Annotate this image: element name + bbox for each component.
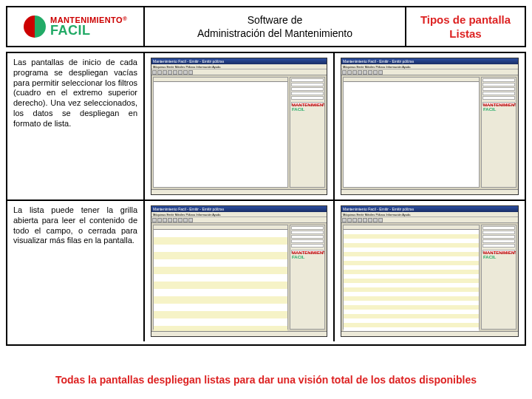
app-datagrid-empty <box>343 77 480 188</box>
app-datagrid-empty <box>153 77 288 188</box>
header-center-line2: Administración del Mantenimiento <box>197 27 352 40</box>
app-statusbar <box>341 331 518 336</box>
logo-cell: MANTENIMIENTO® FACIL <box>7 7 145 46</box>
app-menubar: Máquinas Emitir Móviles Pólizas Informac… <box>341 64 518 69</box>
app-titlebar: Mantenimiento Facil - Emitir - Emitir pó… <box>151 58 327 64</box>
app-body: MANTENIMIENTOFACIL <box>341 75 518 189</box>
brand-text: MANTENIMIENTO® FACIL <box>50 16 127 37</box>
slide-header: MANTENIMIENTO® FACIL Software de Adminis… <box>6 6 526 47</box>
app-titlebar: Mantenimiento Facil - Emitir - Emitir pó… <box>341 206 518 212</box>
brand-reg: ® <box>123 16 127 22</box>
main-grid: Las pantallas de inicio de cada programa… <box>6 52 526 346</box>
app-menubar: Máquinas Emitir Móviles Pólizas Informac… <box>151 64 327 69</box>
header-center: Software de Administración del Mantenimi… <box>145 7 406 46</box>
app-body: MANTENIMIENTOFACIL <box>341 223 518 331</box>
mini-logo: MANTENIMIENTOFACIL <box>482 102 515 106</box>
app-toolbar <box>341 69 518 75</box>
screenshot-list-closed: Mantenimiento Facil - Emitir - Emitir pó… <box>335 201 525 341</box>
header-right-line1: Tipos de pantalla <box>420 13 511 27</box>
app-titlebar: Mantenimiento Facil - Emitir - Emitir pó… <box>151 206 327 212</box>
brand-logo: MANTENIMIENTO® FACIL <box>24 16 127 38</box>
paragraph-2: La lista puede tener la grilla abierta p… <box>7 201 145 341</box>
app-window: Mantenimiento Facil - Emitir - Emitir pó… <box>341 205 519 337</box>
mini-logo: MANTENIMIENTOFACIL <box>482 250 515 253</box>
footer-caption: Todas la pantallas despliegan listas par… <box>0 374 532 386</box>
app-filter-panel: MANTENIMIENTOFACIL <box>481 77 516 188</box>
app-statusbar <box>151 331 327 336</box>
screenshot-empty-left: Mantenimiento Facil - Emitir - Emitir pó… <box>145 53 335 201</box>
app-window: Mantenimiento Facil - Emitir - Emitir pó… <box>151 205 327 337</box>
gear-icon <box>24 16 46 38</box>
app-window: Mantenimiento Facil - Emitir - Emitir pó… <box>341 58 519 195</box>
mini-logo: MANTENIMIENTOFACIL <box>291 250 324 253</box>
app-statusbar <box>341 189 518 194</box>
app-window: Mantenimiento Facil - Emitir - Emitir pó… <box>151 58 327 195</box>
paragraph-1: Las pantallas de inicio de cada programa… <box>7 53 145 201</box>
app-toolbar <box>151 217 327 223</box>
app-toolbar <box>341 217 518 223</box>
app-filter-panel: MANTENIMIENTOFACIL <box>290 225 325 330</box>
footer-text: Todas la pantallas despliegan listas par… <box>55 374 477 386</box>
app-datagrid-open <box>153 225 288 330</box>
app-body: MANTENIMIENTOFACIL <box>151 75 327 189</box>
screenshot-list-open: Mantenimiento Facil - Emitir - Emitir pó… <box>145 201 335 341</box>
brand-line2: FACIL <box>50 24 127 37</box>
app-menubar: Máquinas Emitir Móviles Pólizas Informac… <box>341 212 518 217</box>
app-menubar: Máquinas Emitir Móviles Pólizas Informac… <box>151 212 327 217</box>
app-toolbar <box>151 69 327 75</box>
header-center-line1: Software de <box>248 13 303 27</box>
app-titlebar: Mantenimiento Facil - Emitir - Emitir pó… <box>341 58 518 64</box>
app-filter-panel: MANTENIMIENTOFACIL <box>290 77 325 188</box>
app-body: MANTENIMIENTOFACIL <box>151 223 327 331</box>
header-right: Tipos de pantalla Listas <box>406 7 525 46</box>
mini-logo: MANTENIMIENTOFACIL <box>291 102 324 106</box>
app-datagrid-closed <box>343 225 480 330</box>
header-right-line2: Listas <box>449 27 481 41</box>
app-statusbar <box>151 189 327 194</box>
app-filter-panel: MANTENIMIENTOFACIL <box>481 225 516 330</box>
screenshot-empty-right: Mantenimiento Facil - Emitir - Emitir pó… <box>335 53 525 201</box>
